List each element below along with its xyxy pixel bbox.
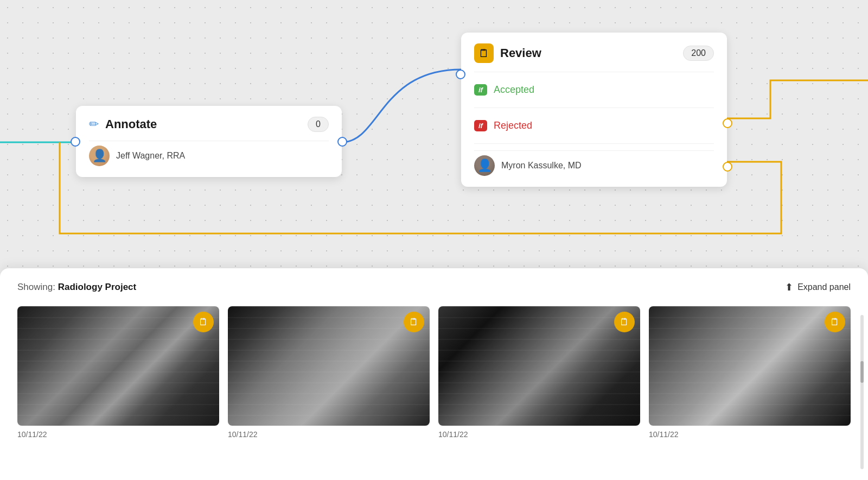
- xray-overlay-2: [228, 306, 430, 426]
- image-badge-3: 🗒: [614, 312, 635, 332]
- xray-image-3[interactable]: 🗒: [438, 306, 640, 426]
- xray-image-1[interactable]: 🗒: [17, 306, 219, 426]
- scrollbar-track: [860, 315, 864, 469]
- image-item-4[interactable]: 🗒 10/11/22: [649, 306, 851, 439]
- images-grid: 🗒 10/11/22 🗒 10/11/22 🗒 10/11: [17, 306, 851, 439]
- annotate-badge: 0: [308, 117, 329, 132]
- review-rejected-connector[interactable]: [723, 162, 732, 172]
- review-divider-2: [474, 108, 714, 108]
- review-icon: 🗒: [474, 43, 494, 63]
- showing-section: Showing: Radiology Project: [17, 282, 136, 293]
- accepted-label: Accepted: [494, 84, 534, 96]
- annotate-title-group: ✏ Annotate: [89, 117, 157, 131]
- xray-overlay-3: [438, 306, 640, 426]
- xray-overlay-1: [17, 306, 219, 426]
- rejected-row[interactable]: if Rejected: [474, 115, 714, 137]
- review-node-header: 🗒 Review 200: [474, 43, 714, 63]
- showing-text: Showing:: [17, 282, 55, 292]
- avatar-jeff: [89, 146, 110, 166]
- badge-icon-1: 🗒: [199, 317, 208, 328]
- annotate-user-row: Jeff Wagner, RRA: [89, 141, 329, 166]
- annotate-node[interactable]: ✏ Annotate 0 Jeff Wagner, RRA: [76, 106, 342, 177]
- expand-icon: ⬆: [785, 281, 793, 293]
- image-date-2: 10/11/22: [228, 430, 430, 439]
- review-left-connector[interactable]: [456, 70, 465, 79]
- pencil-icon: ✏: [89, 117, 99, 131]
- review-divider-3: [474, 143, 714, 144]
- accepted-if-badge: if: [474, 84, 487, 96]
- image-badge-2: 🗒: [404, 312, 424, 332]
- review-user-name: Myron Kassulke, MD: [501, 161, 582, 170]
- badge-icon-2: 🗒: [409, 317, 419, 328]
- review-divider-1: [474, 72, 714, 72]
- badge-icon-3: 🗒: [620, 317, 629, 328]
- image-date-3: 10/11/22: [438, 430, 640, 439]
- image-item-1[interactable]: 🗒 10/11/22: [17, 306, 219, 439]
- review-user-row: Myron Kassulke, MD: [474, 150, 714, 176]
- xray-image-4[interactable]: 🗒: [649, 306, 851, 426]
- scrollbar-thumb[interactable]: [860, 361, 864, 383]
- rejected-if-badge: if: [474, 120, 487, 131]
- rejected-label: Rejected: [494, 120, 532, 131]
- annotate-node-header: ✏ Annotate 0: [89, 117, 329, 132]
- review-title-group: 🗒 Review: [474, 43, 541, 63]
- accepted-row[interactable]: if Accepted: [474, 79, 714, 101]
- image-badge-1: 🗒: [193, 312, 214, 332]
- annotate-title: Annotate: [105, 117, 157, 131]
- annotate-right-connector[interactable]: [337, 137, 347, 147]
- review-title: Review: [500, 46, 541, 60]
- xray-overlay-4: [649, 306, 851, 426]
- project-name: Radiology Project: [58, 282, 137, 292]
- expand-label: Expand panel: [797, 282, 851, 292]
- bottom-panel: Showing: Radiology Project ⬆ Expand pane…: [0, 268, 868, 480]
- panel-header: Showing: Radiology Project ⬆ Expand pane…: [17, 281, 851, 293]
- image-item-3[interactable]: 🗒 10/11/22: [438, 306, 640, 439]
- review-icon-glyph: 🗒: [478, 47, 489, 60]
- image-badge-4: 🗒: [825, 312, 845, 332]
- image-date-4: 10/11/22: [649, 430, 851, 439]
- showing-label: Showing: Radiology Project: [17, 282, 136, 292]
- avatar-myron: [474, 155, 495, 176]
- xray-image-2[interactable]: 🗒: [228, 306, 430, 426]
- annotate-user-name: Jeff Wagner, RRA: [116, 151, 185, 161]
- expand-panel-button[interactable]: ⬆ Expand panel: [785, 281, 851, 293]
- review-node[interactable]: 🗒 Review 200 if Accepted if Rejected Myr…: [461, 33, 727, 187]
- annotate-left-connector[interactable]: [71, 137, 80, 147]
- image-date-1: 10/11/22: [17, 430, 219, 439]
- image-item-2[interactable]: 🗒 10/11/22: [228, 306, 430, 439]
- badge-icon-4: 🗒: [830, 317, 840, 328]
- review-accepted-connector[interactable]: [723, 118, 732, 128]
- review-badge: 200: [683, 46, 714, 61]
